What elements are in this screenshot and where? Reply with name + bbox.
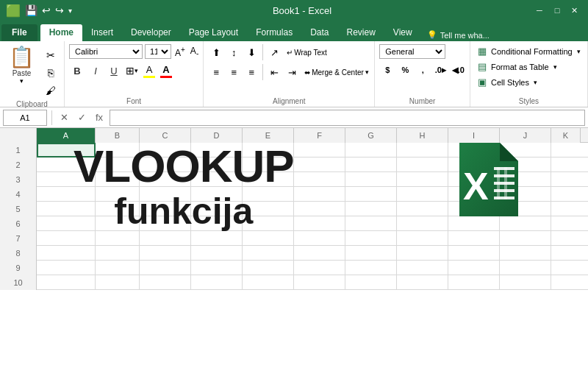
- percent-button[interactable]: %: [397, 63, 413, 77]
- cell-d1[interactable]: [191, 143, 243, 158]
- cell-f5[interactable]: [294, 202, 345, 216]
- cell-b3[interactable]: [96, 172, 140, 187]
- cell-j6[interactable]: [500, 216, 551, 231]
- cell-a9[interactable]: [37, 261, 96, 275]
- close-button[interactable]: ✕: [567, 3, 582, 18]
- cut-button[interactable]: ✂: [42, 47, 60, 63]
- cell-e1[interactable]: [243, 143, 294, 158]
- cell-e2[interactable]: [243, 158, 294, 172]
- cell-f9[interactable]: [294, 261, 345, 275]
- paste-button[interactable]: 📋 Paste ▾: [4, 44, 39, 88]
- cell-c3[interactable]: [140, 172, 191, 187]
- cell-i7[interactable]: [448, 231, 500, 246]
- col-header-d[interactable]: D: [191, 128, 243, 143]
- align-center-button[interactable]: ≡: [226, 64, 242, 80]
- merge-center-button[interactable]: ⬌ Merge & Center ▾: [301, 67, 372, 78]
- cell-d2[interactable]: [191, 158, 243, 172]
- col-header-j[interactable]: J: [500, 128, 551, 143]
- cell-j3[interactable]: [500, 172, 551, 187]
- cell-e6[interactable]: [243, 216, 294, 231]
- tab-review[interactable]: Review: [338, 24, 384, 41]
- col-header-h[interactable]: H: [397, 128, 448, 143]
- tab-insert[interactable]: Insert: [82, 24, 122, 41]
- restore-button[interactable]: □: [550, 3, 564, 18]
- col-header-g[interactable]: G: [345, 128, 397, 143]
- cell-b6[interactable]: [96, 216, 140, 231]
- cell-j4[interactable]: [500, 187, 551, 202]
- cell-c5[interactable]: [140, 202, 191, 216]
- cell-i5[interactable]: [448, 202, 500, 216]
- tab-page-layout[interactable]: Page Layout: [180, 24, 247, 41]
- cell-h9[interactable]: [397, 261, 448, 275]
- cell-e10[interactable]: [243, 275, 294, 290]
- col-header-e[interactable]: E: [243, 128, 294, 143]
- font-family-select[interactable]: Calibri: [69, 44, 143, 59]
- italic-button[interactable]: I: [87, 63, 104, 79]
- cell-i10[interactable]: [448, 275, 500, 290]
- col-header-c[interactable]: C: [140, 128, 191, 143]
- cell-c2[interactable]: [140, 158, 191, 172]
- cell-i2[interactable]: [448, 158, 500, 172]
- bold-button[interactable]: B: [69, 63, 85, 79]
- cell-b5[interactable]: [96, 202, 140, 216]
- cell-g9[interactable]: [345, 261, 397, 275]
- copy-button[interactable]: ⎘: [42, 65, 60, 81]
- cell-a4[interactable]: [37, 187, 96, 202]
- row-header-6[interactable]: 6: [0, 216, 37, 231]
- cell-j8[interactable]: [500, 246, 551, 261]
- col-header-f[interactable]: F: [294, 128, 345, 143]
- row-header-4[interactable]: 4: [0, 187, 37, 202]
- text-angle-button[interactable]: ↗: [266, 44, 282, 60]
- cell-g6[interactable]: [345, 216, 397, 231]
- wrap-text-button[interactable]: ↵ Wrap Text: [284, 47, 330, 58]
- cell-h8[interactable]: [397, 246, 448, 261]
- align-left-button[interactable]: ≡: [208, 64, 224, 80]
- tab-formulas[interactable]: Formulas: [247, 24, 301, 41]
- cell-j5[interactable]: [500, 202, 551, 216]
- cell-g10[interactable]: [345, 275, 397, 290]
- format-painter-button[interactable]: 🖌: [42, 82, 60, 99]
- cell-h5[interactable]: [397, 202, 448, 216]
- cell-a5[interactable]: [37, 202, 96, 216]
- cell-b10[interactable]: [96, 275, 140, 290]
- cell-a3[interactable]: [37, 172, 96, 187]
- tab-developer[interactable]: Developer: [122, 24, 180, 41]
- row-header-10[interactable]: 10: [0, 275, 37, 290]
- cell-d10[interactable]: [191, 275, 243, 290]
- comma-button[interactable]: ,: [415, 63, 431, 77]
- cell-e9[interactable]: [243, 261, 294, 275]
- cell-g7[interactable]: [345, 231, 397, 246]
- cell-g3[interactable]: [345, 172, 397, 187]
- cell-f4[interactable]: [294, 187, 345, 202]
- cell-h6[interactable]: [397, 216, 448, 231]
- row-header-3[interactable]: 3: [0, 172, 37, 187]
- cell-reference-box[interactable]: A1: [3, 110, 47, 126]
- cell-f3[interactable]: [294, 172, 345, 187]
- row-header-5[interactable]: 5: [0, 202, 37, 216]
- row-header-8[interactable]: 8: [0, 246, 37, 261]
- cell-c10[interactable]: [140, 275, 191, 290]
- cell-f10[interactable]: [294, 275, 345, 290]
- cell-i8[interactable]: [448, 246, 500, 261]
- align-top-button[interactable]: ⬆: [208, 44, 224, 60]
- col-header-a[interactable]: A: [37, 128, 96, 143]
- cell-g5[interactable]: [345, 202, 397, 216]
- row-header-7[interactable]: 7: [0, 231, 37, 246]
- tab-file[interactable]: File: [1, 24, 37, 41]
- cell-h1[interactable]: [397, 143, 448, 158]
- cell-c8[interactable]: [140, 246, 191, 261]
- font-size-select[interactable]: 11: [145, 44, 171, 59]
- cell-d6[interactable]: [191, 216, 243, 231]
- cell-e5[interactable]: [243, 202, 294, 216]
- cell-b7[interactable]: [96, 231, 140, 246]
- underline-button[interactable]: U: [106, 63, 122, 79]
- cell-d9[interactable]: [191, 261, 243, 275]
- cell-i9[interactable]: [448, 261, 500, 275]
- cell-j2[interactable]: [500, 158, 551, 172]
- cell-g2[interactable]: [345, 158, 397, 172]
- formula-confirm-button[interactable]: ✓: [74, 110, 89, 125]
- conditional-formatting-button[interactable]: ▦ Conditional Formatting ▾: [475, 44, 584, 58]
- cell-f2[interactable]: [294, 158, 345, 172]
- cell-a7[interactable]: [37, 231, 96, 246]
- font-color-button[interactable]: A: [159, 63, 173, 79]
